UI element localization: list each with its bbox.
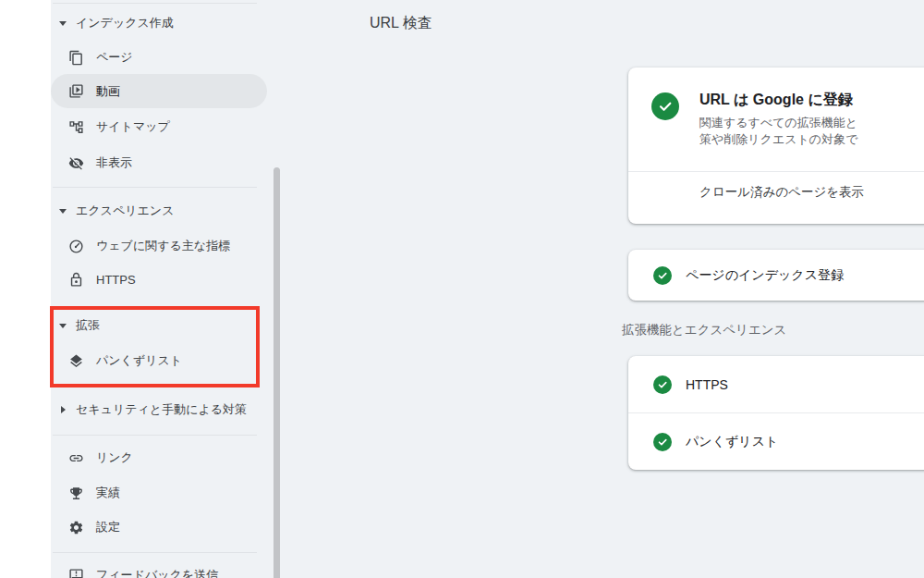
trophy-icon — [68, 486, 84, 501]
enhancement-row-https[interactable]: HTTPS — [628, 356, 924, 412]
enhancement-row-label: HTTPS — [686, 377, 728, 392]
enhancements-section-label: 拡張機能とエクスペリエンス — [622, 322, 786, 338]
breadcrumbs-icon — [68, 353, 84, 369]
chevron-down-icon — [58, 21, 67, 26]
sidebar-item-label: 設定 — [96, 519, 120, 535]
sidebar-item-label: ページ — [96, 49, 133, 66]
feedback-icon — [68, 568, 84, 578]
divider — [628, 171, 924, 172]
page-title: URL 検査 — [370, 14, 432, 33]
sidebar-item-label: リンク — [96, 449, 133, 466]
sidebar-item-sitemaps[interactable]: サイトマップ — [51, 110, 282, 143]
sidebar-item-links[interactable]: リンク — [51, 441, 282, 474]
enhancements-card: HTTPS パンくずリスト — [628, 356, 924, 470]
sidebar-item-core-web-vitals[interactable]: ウェブに関する主な指標 — [51, 229, 282, 263]
check-circle-icon — [653, 375, 672, 394]
sidebar-item-label: HTTPS — [96, 273, 136, 287]
sidebar-item-send-feedback[interactable]: フィードバックを送信 — [51, 559, 282, 578]
pages-icon — [68, 50, 84, 66]
chevron-down-icon — [58, 324, 67, 328]
sidebar-item-label: パンくずリスト — [96, 352, 182, 369]
video-icon — [68, 83, 84, 99]
sidebar-section-label: エクスペリエンス — [76, 203, 174, 219]
gear-icon — [68, 520, 84, 535]
page-indexing-label: ページのインデックス登録 — [686, 267, 844, 284]
sidebar-section-label: 拡張 — [76, 317, 100, 334]
chevron-down-icon — [58, 209, 67, 214]
sidebar-section-enhancements[interactable]: 拡張 — [51, 309, 282, 342]
sidebar-item-https[interactable]: HTTPS — [51, 263, 282, 296]
view-crawled-page-link[interactable]: クロール済みのページを表示 — [699, 184, 864, 201]
divider — [53, 435, 257, 436]
sidebar-section-label: インデックス作成 — [76, 15, 174, 31]
divider — [53, 187, 257, 188]
check-circle-icon — [653, 266, 672, 285]
sidebar-item-pages[interactable]: ページ — [51, 41, 282, 74]
sidebar-item-videos[interactable]: 動画 — [51, 74, 267, 108]
sidebar-item-achievements[interactable]: 実績 — [51, 476, 282, 510]
sidebar-scrollbar[interactable] — [274, 167, 280, 578]
sidebar-item-label: 動画 — [96, 83, 120, 100]
verdict-description: 関連するすべての拡張機能と 策や削除リクエストの対象で — [699, 115, 857, 148]
sidebar-section-security[interactable]: セキュリティと手動による対策 — [51, 393, 282, 426]
sidebar-item-label: ウェブに関する主な指標 — [96, 238, 230, 254]
sidebar-section-experience[interactable]: エクスペリエンス — [51, 194, 282, 228]
sidebar-item-label: サイトマップ — [96, 118, 170, 135]
link-icon — [68, 450, 84, 466]
sidebar-item-removals[interactable]: 非表示 — [51, 146, 282, 179]
sidebar-item-label: フィードバックを送信 — [96, 567, 218, 578]
search-console-app: インデックス作成 ページ 動画 サイトマップ 非表示 エクスペリエンス ウェブに — [51, 0, 924, 578]
verdict-title: URL は Google に登録 — [699, 91, 853, 110]
check-circle-icon — [653, 433, 672, 451]
enhancement-row-label: パンくずリスト — [686, 434, 778, 450]
divider — [53, 552, 257, 553]
sidebar-item-label: 非表示 — [96, 154, 132, 171]
sitemap-icon — [68, 119, 84, 135]
visibility-off-icon — [68, 155, 84, 171]
sidebar-item-settings[interactable]: 設定 — [51, 510, 282, 544]
sidebar-item-breadcrumbs[interactable]: パンくずリスト — [51, 344, 282, 377]
check-circle-icon — [651, 92, 679, 120]
chevron-right-icon — [58, 406, 67, 413]
sidebar-item-label: 実績 — [96, 485, 120, 501]
lock-icon — [68, 272, 84, 288]
divider — [53, 3, 257, 4]
verdict-description-line2: 策や削除リクエストの対象で — [699, 131, 857, 148]
sidebar-section-indexing[interactable]: インデックス作成 — [51, 6, 282, 40]
url-inspection-verdict-card: URL は Google に登録 関連するすべての拡張機能と 策や削除リクエスト… — [628, 68, 924, 224]
enhancement-row-breadcrumbs[interactable]: パンくずリスト — [628, 413, 924, 470]
core-web-vitals-icon — [68, 239, 84, 254]
verdict-description-line1: 関連するすべての拡張機能と — [699, 115, 857, 131]
sidebar-section-label: セキュリティと手動による対策 — [76, 401, 247, 418]
page-indexing-card[interactable]: ページのインデックス登録 — [628, 250, 924, 301]
